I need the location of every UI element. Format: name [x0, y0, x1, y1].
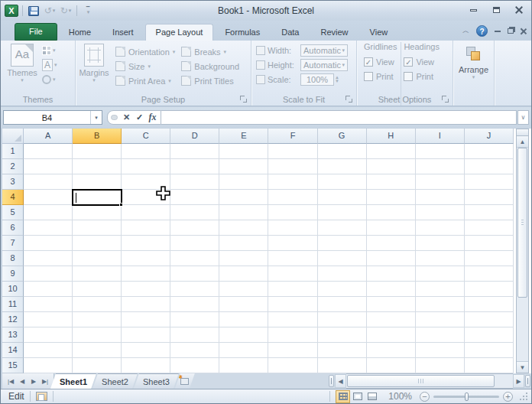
cell-H4[interactable] — [367, 190, 416, 205]
workbook-minimize-icon[interactable] — [495, 31, 501, 32]
restore-button[interactable] — [488, 5, 504, 15]
cell-J2[interactable] — [465, 159, 514, 174]
cell-B5[interactable] — [73, 205, 122, 220]
zoom-level[interactable]: 100% — [388, 391, 412, 402]
zoom-slider[interactable] — [433, 396, 499, 398]
cell-E6[interactable] — [219, 220, 268, 236]
cell-C3[interactable] — [122, 174, 170, 190]
cell-A3[interactable] — [24, 174, 73, 190]
theme-colors-button[interactable]: ▾ — [42, 44, 57, 57]
help-button[interactable]: ? — [476, 25, 488, 37]
vertical-scrollbar-track[interactable] — [517, 298, 528, 361]
cell-B15[interactable] — [73, 358, 122, 373]
cell-D15[interactable] — [170, 358, 219, 373]
cell-D2[interactable] — [170, 159, 219, 174]
ribbon-tab-file[interactable]: File — [15, 23, 57, 41]
cell-G15[interactable] — [318, 358, 367, 373]
cell-B11[interactable] — [73, 297, 122, 312]
cell-E3[interactable] — [219, 174, 268, 190]
cell-F7[interactable] — [268, 236, 317, 251]
row-header-6[interactable]: 6 — [2, 220, 24, 236]
cell-J12[interactable] — [465, 312, 514, 327]
theme-effects-button[interactable]: ▾ — [42, 73, 57, 86]
horizontal-scrollbar[interactable] — [346, 373, 513, 389]
sheet-tab-sheet2[interactable]: Sheet2 — [92, 373, 138, 389]
row-header-13[interactable]: 13 — [2, 327, 24, 343]
cell-F1[interactable] — [268, 144, 317, 159]
row-header-11[interactable]: 11 — [2, 297, 24, 312]
cell-A4[interactable] — [24, 190, 73, 205]
cell-G2[interactable] — [318, 159, 367, 174]
cell-H12[interactable] — [367, 312, 416, 327]
column-header-g[interactable]: G — [318, 129, 367, 144]
headings-view-checkbox[interactable]: ✓ View — [404, 57, 439, 67]
scale-spinbox[interactable]: 100% — [300, 73, 334, 86]
row-header-12[interactable]: 12 — [2, 312, 24, 327]
name-box-dropdown-icon[interactable]: ▾ — [90, 111, 102, 124]
cell-D4[interactable] — [170, 190, 219, 205]
row-header-7[interactable]: 7 — [2, 236, 24, 251]
cell-A8[interactable] — [24, 251, 73, 266]
cell-G11[interactable] — [318, 297, 367, 312]
cell-F9[interactable] — [268, 266, 317, 282]
cell-F15[interactable] — [268, 358, 317, 373]
arrange-button[interactable]: Arrange ▾ — [457, 44, 491, 106]
cell-C2[interactable] — [122, 159, 170, 174]
cell-I4[interactable] — [416, 190, 465, 205]
cell-H8[interactable] — [367, 251, 416, 266]
cell-E15[interactable] — [219, 358, 268, 373]
cell-E10[interactable] — [219, 282, 268, 297]
ribbon-tab-data[interactable]: Data — [271, 24, 309, 41]
cell-J14[interactable] — [465, 343, 514, 358]
cell-E5[interactable] — [219, 205, 268, 220]
cell-G13[interactable] — [318, 327, 367, 343]
cell-F11[interactable] — [268, 297, 317, 312]
scale-spinner[interactable]: ▲ ▼ — [335, 76, 339, 83]
macro-record-icon[interactable] — [36, 392, 47, 401]
orientation-button[interactable]: Orientation ▾ — [115, 46, 175, 57]
column-header-b[interactable]: B — [73, 129, 122, 144]
cell-J15[interactable] — [465, 358, 514, 373]
cell-B10[interactable] — [73, 282, 122, 297]
close-button[interactable] — [511, 5, 527, 15]
cell-A11[interactable] — [24, 297, 73, 312]
column-header-d[interactable]: D — [170, 129, 219, 144]
cell-H15[interactable] — [367, 358, 416, 373]
cell-A13[interactable] — [24, 327, 73, 343]
cell-J3[interactable] — [465, 174, 514, 190]
cell-D8[interactable] — [170, 251, 219, 266]
cell-H2[interactable] — [367, 159, 416, 174]
vertical-scrollbar[interactable]: ▲ ▼ — [516, 129, 529, 373]
cell-H5[interactable] — [367, 205, 416, 220]
cell-D1[interactable] — [170, 144, 219, 159]
cell-I12[interactable] — [416, 312, 465, 327]
cell-I15[interactable] — [416, 358, 465, 373]
cell-F14[interactable] — [268, 343, 317, 358]
insert-function-button[interactable]: fx — [146, 112, 159, 123]
cell-H14[interactable] — [367, 343, 416, 358]
scale-to-fit-dialog-launcher[interactable] — [345, 96, 353, 103]
page-break-preview-button[interactable] — [365, 390, 379, 403]
row-header-5[interactable]: 5 — [2, 205, 24, 220]
cell-I2[interactable] — [416, 159, 465, 174]
split-handle[interactable] — [517, 129, 528, 136]
row-header-4[interactable]: 4 — [2, 190, 24, 205]
cell-C5[interactable] — [122, 205, 170, 220]
cell-J1[interactable] — [465, 144, 514, 159]
print-titles-button[interactable]: Print Titles — [181, 75, 239, 86]
cell-C10[interactable] — [122, 282, 170, 297]
cell-B9[interactable] — [73, 266, 122, 282]
cell-A12[interactable] — [24, 312, 73, 327]
enter-button[interactable]: ✓ — [133, 112, 146, 122]
cell-H3[interactable] — [367, 174, 416, 190]
cell-G6[interactable] — [318, 220, 367, 236]
ribbon-tab-formulas[interactable]: Formulas — [215, 24, 270, 41]
save-button[interactable] — [27, 4, 41, 18]
cell-C4[interactable] — [122, 190, 170, 205]
redo-dropdown-icon[interactable]: ▾ — [69, 8, 72, 14]
page-setup-dialog-launcher[interactable] — [240, 96, 248, 103]
fill-handle[interactable] — [119, 203, 123, 207]
cell-G1[interactable] — [318, 144, 367, 159]
cell-F13[interactable] — [268, 327, 317, 343]
cell-G7[interactable] — [318, 236, 367, 251]
